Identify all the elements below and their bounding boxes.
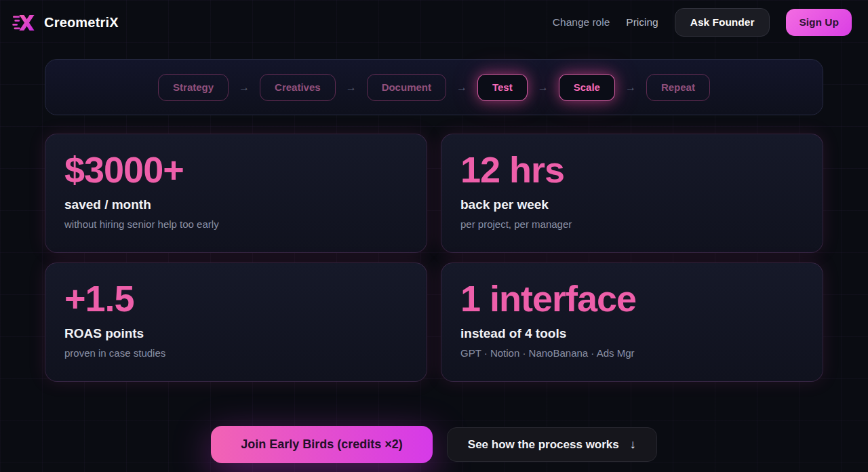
stat-label: ROAS points [64, 326, 408, 341]
stat-label: instead of 4 tools [460, 326, 804, 341]
stat-value: $3000+ [64, 151, 408, 189]
stat-value: +1.5 [64, 280, 408, 317]
step-test[interactable]: Test [477, 74, 528, 101]
step-creatives[interactable]: Creatives [260, 74, 336, 101]
brand[interactable]: CreometriX [11, 12, 119, 34]
nav-link-change-role[interactable]: Change role [553, 16, 610, 28]
step-scale[interactable]: Scale [559, 74, 615, 101]
arrow-down-icon: ↓ [630, 437, 636, 452]
process-stepper: Strategy → Creatives → Document → Test →… [45, 59, 823, 115]
arrow-right-icon: → [239, 81, 250, 94]
step-strategy[interactable]: Strategy [158, 74, 229, 101]
step-repeat[interactable]: Repeat [646, 74, 710, 101]
step-document[interactable]: Document [367, 74, 446, 101]
nav-actions: Change role Pricing Ask Founder Sign Up [553, 8, 852, 37]
stat-subtext: GPT · Notion · NanoBanana · Ads Mgr [460, 347, 804, 359]
join-early-birds-button[interactable]: Join Early Birds (credits ×2) [211, 426, 433, 463]
stat-card-roas: +1.5 ROAS points proven in case studies [45, 262, 427, 382]
arrow-right-icon: → [456, 81, 467, 94]
brand-name: CreometriX [44, 15, 119, 31]
stat-label: back per week [460, 197, 804, 212]
arrow-right-icon: → [625, 81, 636, 94]
cta-row: Join Early Birds (credits ×2) See how th… [45, 426, 823, 463]
nav-link-pricing[interactable]: Pricing [626, 16, 658, 28]
stats-grid: $3000+ saved / month without hiring seni… [45, 134, 823, 382]
see-process-label: See how the process works [468, 438, 619, 452]
stat-subtext: per project, per manager [460, 218, 804, 230]
see-process-button[interactable]: See how the process works ↓ [447, 427, 657, 462]
stat-subtext: proven in case studies [64, 347, 408, 359]
stat-card-hours: 12 hrs back per week per project, per ma… [441, 134, 823, 253]
arrow-right-icon: → [538, 81, 549, 94]
stat-label: saved / month [64, 197, 408, 212]
ask-founder-button[interactable]: Ask Founder [675, 8, 770, 37]
stat-card-interface: 1 interface instead of 4 tools GPT · Not… [441, 262, 823, 382]
main-content: Strategy → Creatives → Document → Test →… [45, 59, 823, 463]
stat-subtext: without hiring senior help too early [64, 218, 408, 230]
arrow-right-icon: → [346, 81, 357, 94]
stat-card-savings: $3000+ saved / month without hiring seni… [45, 134, 427, 253]
sign-up-button[interactable]: Sign Up [786, 9, 852, 36]
stat-value: 1 interface [460, 280, 804, 317]
creometrix-logo-icon [11, 12, 38, 34]
stat-value: 12 hrs [460, 151, 804, 189]
top-navbar: CreometriX Change role Pricing Ask Found… [0, 0, 868, 45]
